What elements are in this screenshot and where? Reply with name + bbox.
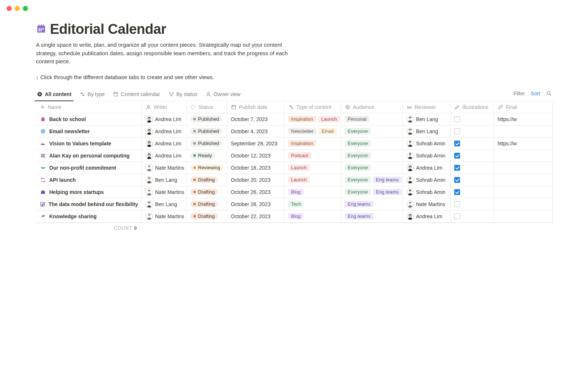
- cell-audience[interactable]: Everyone: [341, 125, 403, 138]
- cell-publish-date[interactable]: September 28, 2023: [227, 138, 284, 150]
- cell-final[interactable]: [494, 125, 553, 138]
- cell-illustrations[interactable]: [451, 150, 494, 162]
- sort-button[interactable]: Sort: [531, 91, 540, 96]
- cell-publish-date[interactable]: October 28, 2023: [227, 198, 284, 210]
- cell-final[interactable]: [494, 150, 553, 162]
- cell-status[interactable]: Reviewing: [187, 162, 227, 174]
- cell-reviewer[interactable]: Sohrab Amin: [403, 174, 451, 186]
- cell-status[interactable]: Drafting: [187, 174, 227, 186]
- cell-illustrations[interactable]: [451, 113, 494, 125]
- cell-audience[interactable]: Eng teams: [341, 198, 403, 210]
- cell-name[interactable]: Vision to Values template: [36, 138, 142, 150]
- tab-content-calendar[interactable]: Content calendar: [112, 89, 161, 101]
- cell-final[interactable]: [494, 186, 553, 198]
- cell-name[interactable]: The data model behind our flexibility: [36, 198, 142, 210]
- cell-final[interactable]: [494, 210, 553, 223]
- cell-publish-date[interactable]: October 12, 2023: [227, 150, 284, 162]
- cell-illustrations[interactable]: [451, 174, 494, 186]
- cell-illustrations[interactable]: [451, 138, 494, 150]
- cell-audience[interactable]: Personal: [341, 113, 403, 125]
- cell-type[interactable]: Blog: [284, 210, 341, 223]
- column-header-writer[interactable]: Writer: [142, 101, 187, 113]
- cell-publish-date[interactable]: October 26, 2023: [227, 186, 284, 198]
- cell-publish-date[interactable]: October 4, 2023: [227, 125, 284, 138]
- cell-reviewer[interactable]: Andrea Lim: [403, 210, 451, 223]
- cell-name[interactable]: Knowledge sharing: [36, 210, 142, 223]
- checkbox[interactable]: [454, 153, 460, 159]
- cell-writer[interactable]: Andrea Lim: [142, 113, 187, 125]
- cell-writer[interactable]: Ben Lang: [142, 174, 187, 186]
- tab-by-status[interactable]: By status: [168, 89, 198, 101]
- cell-publish-date[interactable]: October 18, 2023: [227, 162, 284, 174]
- cell-name[interactable]: Alan Kay on personal computing: [36, 150, 142, 162]
- cell-publish-date[interactable]: October 20, 2023: [227, 174, 284, 186]
- cell-audience[interactable]: Everyone: [341, 150, 403, 162]
- page-icon[interactable]: [36, 24, 46, 35]
- cell-reviewer[interactable]: Nate Martins: [403, 198, 451, 210]
- maximize-window-dot[interactable]: [23, 6, 28, 11]
- column-header-name[interactable]: Name: [36, 101, 142, 113]
- cell-writer[interactable]: Ben Lang: [142, 198, 187, 210]
- column-header-type[interactable]: Type of content: [284, 101, 341, 113]
- checkbox[interactable]: [454, 128, 460, 134]
- cell-name[interactable]: API launch: [36, 174, 142, 186]
- cell-type[interactable]: Newsletter Email: [284, 125, 341, 138]
- cell-status[interactable]: Drafting: [187, 210, 227, 223]
- cell-name[interactable]: Our non-profit commitment: [36, 162, 142, 174]
- cell-audience[interactable]: Everyone: [341, 162, 403, 174]
- cell-reviewer[interactable]: Andrea Lim: [403, 162, 451, 174]
- column-header-illustrations[interactable]: Illustrations: [451, 101, 494, 113]
- cell-type[interactable]: Launch: [284, 162, 341, 174]
- cell-type[interactable]: Tech: [284, 198, 341, 210]
- checkbox[interactable]: [454, 141, 460, 146]
- column-header-publish[interactable]: Publish date: [227, 101, 284, 113]
- page-description[interactable]: A single space to write, plan, and organ…: [36, 41, 293, 66]
- cell-type[interactable]: Inspiration Launch: [284, 113, 341, 125]
- column-header-reviewer[interactable]: Reviewer: [403, 101, 451, 113]
- cell-name[interactable]: Email newsletter: [36, 125, 142, 138]
- cell-status[interactable]: Published: [187, 125, 227, 138]
- cell-audience[interactable]: Everyone Eng teams: [341, 174, 403, 186]
- cell-name[interactable]: Helping more startups: [36, 186, 142, 198]
- cell-audience[interactable]: Everyone: [341, 138, 403, 150]
- column-header-final[interactable]: Final: [494, 101, 553, 113]
- cell-status[interactable]: Published: [187, 138, 227, 150]
- checkbox[interactable]: [454, 165, 460, 171]
- checkbox[interactable]: [454, 201, 460, 207]
- cell-publish-date[interactable]: October 7, 2023: [227, 113, 284, 125]
- cell-reviewer[interactable]: Ben Lang: [403, 125, 451, 138]
- cell-final[interactable]: [494, 162, 553, 174]
- cell-writer[interactable]: Andrea Lim: [142, 125, 187, 138]
- checkbox[interactable]: [454, 189, 460, 195]
- cell-writer[interactable]: Andrea Lim: [142, 138, 187, 150]
- cell-status[interactable]: Published: [187, 113, 227, 125]
- tab-owner-view[interactable]: Owner view: [205, 89, 241, 101]
- cell-audience[interactable]: Eng teams: [341, 210, 403, 223]
- cell-final[interactable]: https://w: [494, 113, 553, 125]
- cell-type[interactable]: Blog: [284, 186, 341, 198]
- cell-type[interactable]: Podcast: [284, 150, 341, 162]
- column-header-status[interactable]: Status: [187, 101, 227, 113]
- column-header-audience[interactable]: Audience: [341, 101, 403, 113]
- cell-writer[interactable]: Nate Martins: [142, 162, 187, 174]
- cell-reviewer[interactable]: Ben Lang: [403, 113, 451, 125]
- cell-writer[interactable]: Andrea Lim: [142, 150, 187, 162]
- cell-writer[interactable]: Nate Martins: [142, 186, 187, 198]
- cell-name[interactable]: Back to school: [36, 113, 142, 125]
- cell-reviewer[interactable]: Sohrab Amin: [403, 138, 451, 150]
- cell-writer[interactable]: Nate Martins: [142, 210, 187, 223]
- cell-illustrations[interactable]: [451, 125, 494, 138]
- tab-all-content[interactable]: All content: [36, 89, 72, 101]
- cell-type[interactable]: Launch: [284, 174, 341, 186]
- page-title[interactable]: Editorial Calendar: [50, 21, 166, 37]
- filter-button[interactable]: Filter: [513, 91, 525, 96]
- cell-status[interactable]: Drafting: [187, 198, 227, 210]
- cell-publish-date[interactable]: October 22, 2023: [227, 210, 284, 223]
- cell-illustrations[interactable]: [451, 186, 494, 198]
- cell-illustrations[interactable]: [451, 198, 494, 210]
- close-window-dot[interactable]: [7, 6, 12, 11]
- checkbox[interactable]: [454, 213, 460, 219]
- cell-reviewer[interactable]: Sohrab Amin: [403, 186, 451, 198]
- cell-type[interactable]: Inspiration: [284, 138, 341, 150]
- cell-final[interactable]: [494, 198, 553, 210]
